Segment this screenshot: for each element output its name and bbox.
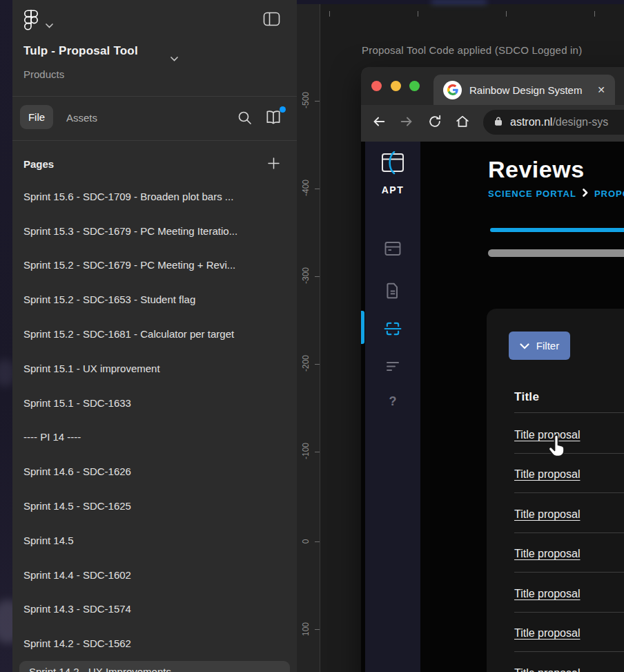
browser-viewport: APT — [361, 142, 624, 672]
lock-icon — [494, 116, 503, 129]
proposal-link[interactable]: Title proposal — [514, 547, 580, 561]
screen: Tulp - Proposal Tool Products File Asset… — [0, 0, 624, 672]
ruler-v-tick — [315, 541, 320, 542]
nav-list-icon[interactable] — [384, 358, 402, 378]
file-title-chevron-icon[interactable] — [170, 52, 178, 64]
apt-logo-icon[interactable] — [380, 151, 406, 179]
search-icon[interactable] — [237, 110, 253, 128]
page-item[interactable]: Sprint 14.6 - SDC-1626 — [23, 465, 290, 479]
tab-file[interactable]: File — [20, 105, 53, 129]
page-item[interactable]: Sprint 15.1 - UX improvement — [23, 362, 290, 376]
notification-dot — [280, 106, 286, 113]
file-title[interactable]: Tulp - Proposal Tool — [23, 44, 138, 58]
reviews-card: Filter Title Title proposal Title propos… — [487, 309, 624, 672]
nav-reviews-icon[interactable] — [384, 320, 402, 340]
breadcrumb-proposals[interactable]: PROPOS — [594, 189, 624, 199]
address-bar[interactable]: astron.nl /design-sys — [483, 110, 624, 135]
column-header-title: Title — [514, 390, 539, 404]
add-page-icon[interactable] — [266, 155, 282, 174]
breadcrumb-science-portal[interactable]: SCIENCE PORTAL — [488, 189, 576, 199]
ruler-v-tick — [315, 452, 320, 452]
frame-label[interactable]: Proposal Tool Code applied (SDCO Logged … — [362, 44, 582, 56]
page-item[interactable]: Sprint 15.2 - SDC-1679 - PC Meeting + Re… — [23, 258, 290, 272]
app-sidebar: APT — [365, 142, 420, 672]
proposal-link[interactable]: Title proposal — [514, 468, 580, 481]
page-item[interactable]: Sprint 15.2 - SDC-1681 - Calculator per … — [23, 327, 290, 341]
divider — [12, 140, 297, 141]
browser-titlebar: Rainbow Design System ✕ — [361, 67, 624, 105]
row-divider — [514, 651, 624, 652]
page-item-selected[interactable]: Sprint 14.2 - UX Improvements — [19, 661, 290, 672]
row-divider — [514, 492, 624, 493]
figma-canvas[interactable]: 1200 1300 1400 1500 -500 -400 -300 -200 … — [297, 0, 624, 672]
scrollbar-gray[interactable] — [488, 249, 624, 257]
page-title: Reviews — [488, 156, 585, 183]
figma-logo-icon[interactable] — [23, 9, 39, 34]
row-divider — [514, 572, 624, 573]
ruler-v-tick — [315, 276, 320, 277]
browser-toolbar: astron.nl /design-sys — [361, 105, 624, 142]
proposal-link[interactable]: Title proposal — [514, 587, 580, 601]
browser-tab[interactable]: Rainbow Design System ✕ — [433, 75, 615, 105]
browser-window: Rainbow Design System ✕ — [361, 67, 624, 672]
nav-document-icon[interactable] — [384, 282, 402, 303]
ruler-h-tick — [506, 11, 507, 17]
home-icon[interactable] — [455, 114, 470, 132]
google-favicon — [443, 81, 462, 99]
wallpaper-glow — [431, 0, 487, 4]
toggle-sidebar-icon[interactable] — [263, 11, 280, 30]
ruler-v-tick — [315, 189, 320, 189]
ruler-h-tick — [594, 11, 595, 17]
page-item[interactable]: ---- PI 14 ---- — [23, 430, 290, 444]
forward-icon[interactable] — [399, 114, 414, 132]
ruler-v-tick — [315, 364, 320, 365]
progress-bar-cyan — [490, 228, 624, 232]
chevron-down-icon — [520, 340, 529, 352]
proposal-link[interactable]: Title proposal — [514, 666, 580, 672]
page-item[interactable]: Sprint 14.5 — [23, 534, 290, 548]
page-item[interactable]: Sprint 14.3 - SDC-1574 — [23, 602, 290, 616]
ruler-v-tick — [315, 101, 320, 102]
ruler-v-label: -300 — [301, 265, 311, 287]
nav-overview-icon[interactable] — [384, 240, 402, 260]
ruler-h-tick — [418, 11, 418, 17]
divider — [12, 96, 297, 97]
page-item[interactable]: Sprint 14.2 - SDC-1562 — [23, 637, 290, 651]
page-item[interactable]: Sprint 15.2 - SDC-1653 - Student flag — [23, 293, 290, 307]
page-item[interactable]: Sprint 15.1 - SDC-1633 — [23, 396, 290, 410]
page-item[interactable]: Sprint 14.5 - SDC-1625 — [23, 499, 290, 513]
ruler-v-label: 100 — [301, 618, 311, 640]
proposal-link[interactable]: Title proposal — [514, 626, 580, 640]
page-item[interactable]: Sprint 14.4 - SDC-1602 — [23, 568, 290, 582]
pages-header: Pages — [23, 158, 54, 170]
url-domain: astron.nl — [510, 116, 552, 128]
figma-left-panel: Tulp - Proposal Tool Products File Asset… — [12, 0, 297, 672]
apt-logo-text[interactable]: APT — [365, 184, 420, 195]
breadcrumb: SCIENCE PORTAL PROPOS — [488, 187, 624, 200]
ruler-v-tick — [315, 629, 320, 630]
tab-assets[interactable]: Assets — [66, 112, 97, 124]
app-content: Reviews SCIENCE PORTAL PROPOS — [420, 142, 624, 672]
tab-close-icon[interactable]: ✕ — [597, 84, 605, 95]
hand-cursor — [546, 434, 567, 461]
back-icon[interactable] — [371, 114, 387, 132]
tab-title: Rainbow Design System — [469, 84, 592, 96]
minimize-traffic-light[interactable] — [391, 81, 401, 91]
ruler-v-label: -200 — [301, 352, 311, 374]
main-menu-chevron-icon[interactable] — [46, 19, 53, 31]
filter-button[interactable]: Filter — [509, 332, 570, 360]
url-path: /design-sys — [552, 116, 608, 128]
active-nav-indicator — [361, 311, 364, 344]
page-item[interactable]: Sprint 15.3 - SDC-1679 - PC Meeting Iter… — [23, 224, 290, 238]
close-traffic-light[interactable] — [371, 81, 382, 91]
row-divider — [514, 532, 624, 533]
maximize-traffic-light[interactable] — [409, 81, 420, 91]
ruler-h-tick — [329, 11, 330, 17]
proposal-link[interactable]: Title proposal — [514, 508, 580, 521]
table-divider — [514, 412, 624, 413]
project-name[interactable]: Products — [23, 68, 64, 80]
reload-icon[interactable] — [427, 114, 442, 132]
nav-help-icon[interactable]: ? — [365, 394, 420, 409]
ruler-v-label: -100 — [301, 440, 311, 462]
page-item[interactable]: Sprint 15.6 - SDC-1709 - Broaden plot ba… — [23, 190, 290, 204]
